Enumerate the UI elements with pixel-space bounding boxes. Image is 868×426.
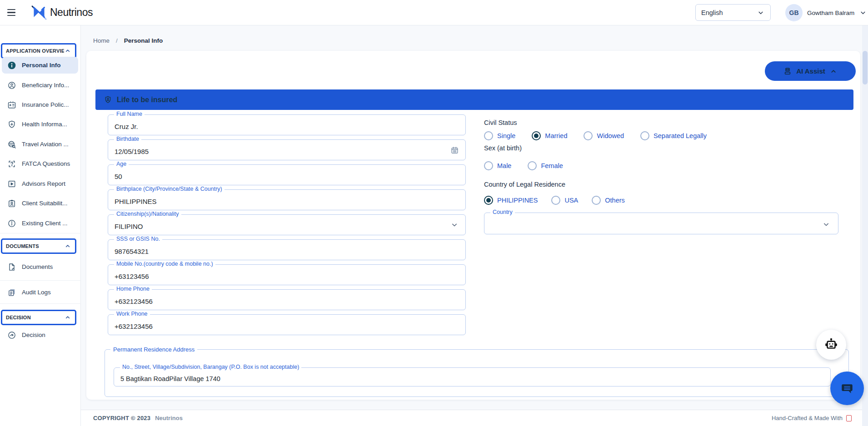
sidebar-item-fatca-questions[interactable]: FATCA Questions bbox=[2, 155, 78, 172]
permanent-residence-address-group: Permanent Residence Address No., Street,… bbox=[105, 346, 849, 397]
sidebar-item-travel-aviation[interactable]: Travel Aviation ... bbox=[2, 136, 78, 153]
legal-residence-group: PHILIPPINES USA Others bbox=[484, 195, 848, 205]
radio-circle-selected bbox=[484, 196, 493, 205]
footer: COPYRIGHT © 2023 Neutrinos Hand-Crafted … bbox=[81, 410, 868, 426]
breadcrumb-current: Personal Info bbox=[124, 37, 163, 44]
document-edit-icon bbox=[7, 263, 16, 272]
footer-tagline: Hand-Crafted & Made With bbox=[772, 415, 843, 421]
sidebar-item-advisors-report[interactable]: Advisors Report bbox=[2, 175, 78, 192]
field-label: Work Phone bbox=[114, 311, 150, 317]
radio-female[interactable]: Female bbox=[528, 161, 563, 170]
section-application-overview[interactable]: APPLICATION OVERVIEW bbox=[1, 43, 76, 59]
section-title: Life to be insured bbox=[117, 96, 177, 104]
radio-circle bbox=[484, 131, 493, 140]
field-label: SSS or GSIS No. bbox=[114, 236, 162, 242]
scrollbar[interactable] bbox=[862, 25, 868, 426]
heart-icon bbox=[846, 415, 852, 421]
age-field[interactable]: Age 50 bbox=[108, 164, 466, 185]
user-menu[interactable]: GB Gowtham Balram bbox=[785, 4, 867, 22]
radio-single[interactable]: Single bbox=[484, 131, 515, 140]
divider bbox=[0, 280, 81, 281]
beneficiary-person-icon bbox=[7, 81, 16, 90]
sidebar-item-personal-info[interactable]: Personal Info bbox=[2, 57, 78, 74]
sidebar-item-health-information[interactable]: Health Informa... bbox=[2, 116, 78, 133]
field-label: Citizenship(s)/Nationality bbox=[114, 211, 181, 217]
breadcrumb: Home / Personal Info bbox=[93, 37, 163, 44]
field-value: 987654321 bbox=[115, 248, 149, 255]
robot-icon bbox=[823, 337, 839, 352]
section-decision[interactable]: DECISION bbox=[1, 310, 76, 325]
brand-mark-icon bbox=[31, 5, 47, 20]
calendar-icon[interactable] bbox=[450, 145, 459, 155]
field-value: +632123456 bbox=[115, 322, 153, 330]
ai-assist-button[interactable]: AI Assist bbox=[765, 61, 856, 81]
address-legend: Permanent Residence Address bbox=[110, 346, 197, 353]
section-label: APPLICATION OVERVIEW bbox=[6, 48, 64, 54]
breadcrumb-separator: / bbox=[116, 37, 118, 44]
home-phone-field[interactable]: Home Phone +632123456 bbox=[108, 289, 466, 310]
birthdate-field[interactable]: Birthdate 12/05/1985 bbox=[108, 139, 466, 160]
sex-group: Male Female bbox=[484, 161, 848, 171]
sidebar-item-beneficiary-info[interactable]: Beneficiary Info... bbox=[2, 77, 78, 94]
health-shield-icon bbox=[7, 120, 16, 129]
section-label: DECISION bbox=[6, 315, 64, 320]
decision-arrow-icon bbox=[7, 331, 16, 340]
field-label: Country bbox=[490, 209, 515, 215]
birthplace-field[interactable]: Birthplace (City/Province/State & Countr… bbox=[108, 189, 466, 210]
radio-married[interactable]: Married bbox=[532, 131, 567, 140]
menu-icon[interactable] bbox=[7, 7, 18, 18]
chevron-down-icon[interactable] bbox=[822, 220, 831, 229]
chevron-down-icon[interactable] bbox=[450, 220, 459, 229]
radio-separated-legally[interactable]: Separated Legally bbox=[640, 131, 707, 140]
sidebar-item-decision[interactable]: Decision bbox=[2, 327, 78, 343]
language-value: English bbox=[701, 9, 757, 16]
section-documents[interactable]: DOCUMENTS bbox=[1, 238, 76, 254]
radio-male[interactable]: Male bbox=[484, 161, 511, 170]
form-card: AI Assist Life to be insured Full Name C… bbox=[86, 51, 860, 400]
left-form-column: Full Name Cruz Jr. Birthdate 12/05/1985 … bbox=[108, 114, 466, 339]
field-label: Birthplace (City/Province/State & Countr… bbox=[114, 186, 224, 192]
sidebar-item-insurance-policy[interactable]: Insurance Polic... bbox=[2, 96, 78, 113]
radio-circle bbox=[484, 161, 493, 170]
civil-status-group: Single Married Widowed Separated Legally bbox=[484, 131, 848, 141]
chat-button[interactable] bbox=[830, 372, 864, 405]
language-select[interactable]: English bbox=[695, 4, 771, 21]
radio-usa[interactable]: USA bbox=[551, 196, 578, 205]
chevron-down-icon bbox=[859, 9, 867, 17]
scrollbar-thumb[interactable] bbox=[863, 51, 868, 84]
sidebar-item-audit-logs[interactable]: Audit Logs bbox=[2, 284, 78, 301]
sidebar-item-documents[interactable]: Documents bbox=[2, 258, 78, 275]
breadcrumb-home[interactable]: Home bbox=[93, 37, 110, 44]
radio-circle bbox=[592, 196, 601, 205]
sss-gsis-field[interactable]: SSS or GSIS No. 987654321 bbox=[108, 239, 466, 260]
sidebar-item-client-suitability[interactable]: Client Suitabilit... bbox=[2, 195, 78, 212]
radio-widowed[interactable]: Widowed bbox=[584, 131, 624, 140]
radio-philippines[interactable]: PHILIPPINES bbox=[484, 196, 538, 205]
question-brackets-icon bbox=[7, 159, 16, 168]
citizenship-select[interactable]: Citizenship(s)/Nationality FILIPINO bbox=[108, 214, 466, 235]
field-label: Full Name bbox=[114, 111, 145, 117]
main-content: Home / Personal Info AI Assist Life to b… bbox=[81, 25, 868, 426]
right-form-column: Civil Status Single Married Widowed Sepa… bbox=[484, 119, 848, 234]
ai-robot-fab[interactable] bbox=[816, 330, 846, 360]
sidebar: APPLICATION OVERVIEW Personal Info Benef… bbox=[0, 25, 81, 426]
radio-circle-selected bbox=[532, 131, 541, 140]
divider bbox=[0, 303, 81, 304]
brand-logo: Neutrinos bbox=[31, 5, 93, 20]
street-address-field[interactable]: No., Street, Village/Subdivision, Barang… bbox=[114, 367, 831, 386]
country-select[interactable]: Country bbox=[484, 213, 838, 234]
radio-others[interactable]: Others bbox=[592, 196, 625, 205]
field-value: Cruz Jr. bbox=[115, 123, 138, 130]
field-value: +63123456 bbox=[115, 272, 149, 280]
section-header-life-to-be-insured: Life to be insured bbox=[95, 89, 853, 110]
chevron-down-icon bbox=[757, 9, 765, 17]
legal-residence-label: Country of Legal Residence bbox=[484, 181, 848, 189]
client-badge-icon bbox=[7, 199, 16, 208]
work-phone-field[interactable]: Work Phone +632123456 bbox=[108, 314, 466, 335]
field-value: 12/05/1985 bbox=[115, 148, 149, 155]
sidebar-item-existing-client[interactable]: Existing Client ... bbox=[2, 215, 78, 232]
full-name-field[interactable]: Full Name Cruz Jr. bbox=[108, 114, 466, 135]
field-value: +632123456 bbox=[115, 297, 153, 305]
mobile-no-field[interactable]: Mobile No.(country code & mobile no.) +6… bbox=[108, 264, 466, 285]
report-play-icon bbox=[7, 179, 16, 188]
